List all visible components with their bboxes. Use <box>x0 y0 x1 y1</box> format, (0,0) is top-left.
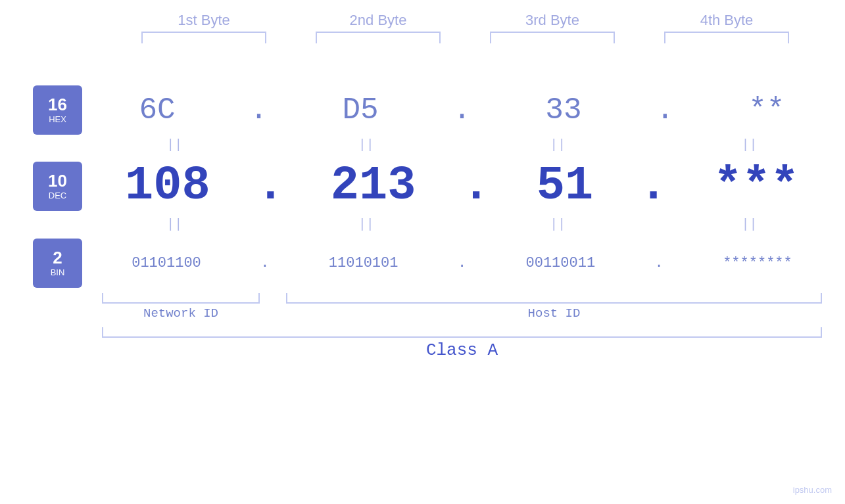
bin-byte2: 11010101 <box>329 255 398 271</box>
dec-base-label: 10 DEC <box>33 162 82 211</box>
top-brackets <box>117 32 814 43</box>
hex-row-group: 16 HEX 6C . D5 . 33 . ** <box>33 85 822 135</box>
hex-dot2: . <box>453 93 471 127</box>
eq1-3: || <box>495 137 620 152</box>
byte2-header: 2nd Byte <box>312 12 444 29</box>
network-id-label: Network ID <box>102 306 260 321</box>
dec-byte3: 51 <box>537 159 593 213</box>
bin-base-number: 2 <box>53 249 62 266</box>
bin-base-label: 2 BIN <box>33 239 82 288</box>
id-labels-row: Network ID Host ID <box>102 306 822 321</box>
bracket-2 <box>316 32 441 43</box>
bottom-bracket-row <box>102 293 822 304</box>
eq1-4: || <box>687 137 812 152</box>
byte-headers: 1st Byte 2nd Byte 3rd Byte 4th Byte <box>117 12 814 29</box>
bracket-3 <box>490 32 615 43</box>
eq2-4: || <box>687 217 812 232</box>
bin-byte3: 00110011 <box>525 255 595 271</box>
main-container: 1st Byte 2nd Byte 3rd Byte 4th Byte 16 H… <box>0 0 845 504</box>
class-bracket <box>102 327 822 338</box>
eq2-1: || <box>112 217 237 232</box>
network-id-bracket <box>102 293 260 304</box>
hex-base-number: 16 <box>48 96 67 113</box>
hex-row-data: 6C . D5 . 33 . ** <box>102 93 822 127</box>
byte3-header: 3rd Byte <box>487 12 618 29</box>
bin-dot3: . <box>655 255 664 271</box>
hex-byte1: 6C <box>139 93 176 127</box>
spacer-dot1 <box>260 293 286 304</box>
dec-row-group: 10 DEC 108 . 213 . 51 . *** <box>33 159 822 213</box>
eq2-3: || <box>495 217 620 232</box>
equals-row-1: || || || || <box>33 137 822 152</box>
hex-byte4: ** <box>748 93 785 127</box>
class-label: Class A <box>102 340 822 360</box>
dec-base-name: DEC <box>49 191 66 200</box>
hex-dot3: . <box>656 93 675 127</box>
bin-base-name: BIN <box>51 267 65 277</box>
hex-byte2: D5 <box>342 93 378 127</box>
dec-dot1: . <box>256 159 285 213</box>
watermark: ipshu.com <box>793 485 832 495</box>
host-id-label: Host ID <box>286 306 822 321</box>
bin-row-group: 2 BIN 01101100 . 11010101 . 00110011 . *… <box>33 239 822 288</box>
host-id-bracket <box>286 293 822 304</box>
dec-dot3: . <box>639 159 667 213</box>
dec-dot2: . <box>462 159 490 213</box>
bin-dot1: . <box>260 255 269 271</box>
dec-base-number: 10 <box>48 172 67 189</box>
spacer-dot2 <box>260 306 286 321</box>
bin-row-data: 01101100 . 11010101 . 00110011 . *******… <box>102 255 822 271</box>
eq2-2: || <box>304 217 429 232</box>
bin-byte4: ******** <box>723 255 792 271</box>
byte4-header: 4th Byte <box>661 12 792 29</box>
bin-dot2: . <box>458 255 466 271</box>
bracket-4 <box>664 32 789 43</box>
hex-base-label: 16 HEX <box>33 85 82 135</box>
hex-dot1: . <box>250 93 268 127</box>
eq1-2: || <box>304 137 429 152</box>
bin-byte1: 01101100 <box>132 255 201 271</box>
dec-row-data: 108 . 213 . 51 . *** <box>102 159 822 213</box>
hex-byte3: 33 <box>545 93 581 127</box>
eq1-1: || <box>112 137 237 152</box>
dec-byte4: *** <box>713 159 799 213</box>
dec-byte1: 108 <box>125 159 210 213</box>
hex-base-name: HEX <box>49 114 66 124</box>
rows-wrapper: 16 HEX 6C . D5 . 33 . ** || || || || <box>33 72 822 360</box>
equals-row-2: || || || || <box>33 217 822 232</box>
dec-byte2: 213 <box>331 159 416 213</box>
byte1-header: 1st Byte <box>138 12 270 29</box>
bracket-1 <box>141 32 266 43</box>
